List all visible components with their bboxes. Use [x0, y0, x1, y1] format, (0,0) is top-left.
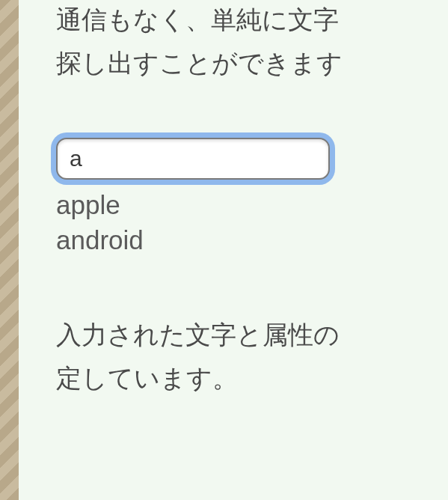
suggestion-item[interactable]: android: [56, 222, 448, 257]
search-input-wrapper: [56, 138, 448, 180]
intro-line-1: 通信もなく、単純に文字: [56, 0, 448, 42]
search-input[interactable]: [56, 138, 330, 180]
explanation-line-1: 入力された文字と属性の: [56, 314, 448, 357]
intro-line-2: 探し出すことができます: [56, 42, 448, 85]
explanation-line-2: 定しています。: [56, 357, 448, 400]
intro-paragraph: 通信もなく、単純に文字 探し出すことができます: [56, 0, 448, 85]
suggestion-item[interactable]: apple: [56, 187, 448, 222]
suggestion-list: apple android: [56, 187, 448, 258]
explanation-paragraph: 入力された文字と属性の 定しています。: [56, 314, 448, 400]
decorative-stripe: [0, 0, 19, 500]
article-content: 通信もなく、単純に文字 探し出すことができます apple android 入力…: [19, 0, 448, 500]
